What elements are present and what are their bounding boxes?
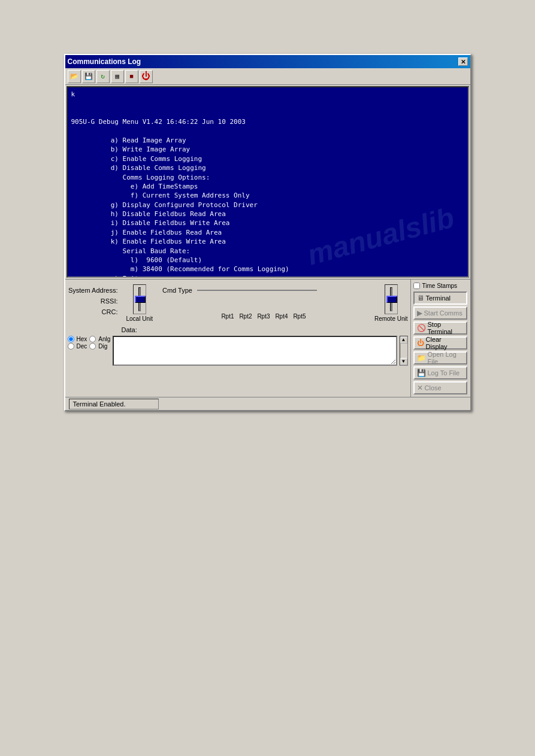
rssi-row: RSSI: xyxy=(68,297,122,305)
clear-display-icon: ⏻ xyxy=(417,339,424,347)
status-panel: Terminal Enabled. xyxy=(69,399,159,409)
close-icon: ✕ xyxy=(417,384,423,391)
local-slider-thumb xyxy=(135,296,146,303)
toolbar: 📂 💾 ↻ ▦ ■ ⏻ xyxy=(65,68,470,85)
remote-unit-slider[interactable] xyxy=(385,284,398,314)
data-input-row: Hex Anlg Dec Dig xyxy=(68,336,408,366)
rssi-label: RSSI: xyxy=(68,297,122,305)
anlg-label: Anlg xyxy=(98,336,110,342)
data-label: Data: xyxy=(122,326,137,333)
terminal-button[interactable]: 🖥 Terminal xyxy=(413,292,467,305)
title-bar: Communications Log ✕ xyxy=(65,55,470,68)
data-section: Data: Hex Anlg Dec xyxy=(68,326,408,366)
open-log-file-label: Open Log File xyxy=(428,351,464,365)
remote-slider-thumb xyxy=(386,296,397,303)
anlg-radio[interactable] xyxy=(89,336,96,342)
terminal-display: k 905U-G Debug Menu V1.42 16:46:22 Jun 1… xyxy=(67,86,469,278)
system-address-label: System Address: xyxy=(68,287,122,294)
data-input-wrap xyxy=(113,336,397,366)
local-slider-track xyxy=(138,287,141,311)
terminal-icon: 🖥 xyxy=(417,294,424,302)
start-comms-label: Start Comms xyxy=(424,309,463,317)
open-log-file-icon: 📁 xyxy=(417,354,426,362)
rpt4-label: Rpt4 xyxy=(273,313,290,320)
address-section: System Address: RSSI: CRC: xyxy=(68,284,408,322)
stop-terminal-button[interactable]: 🚫 Stop Terminal xyxy=(413,321,467,335)
status-text: Terminal Enabled. xyxy=(73,400,126,408)
stop-button[interactable]: ■ xyxy=(125,70,138,83)
rpt1-label: Rpt1 xyxy=(219,313,236,320)
timestamps-label: Time Stamps xyxy=(422,283,458,289)
remote-slider-track xyxy=(390,287,392,311)
remote-unit-col: Remote Unit xyxy=(374,284,408,322)
crc-label: CRC: xyxy=(68,308,122,315)
grid-button[interactable]: ▦ xyxy=(111,70,124,83)
stop-terminal-label: Stop Terminal xyxy=(428,321,464,335)
timestamps-checkbox-row: Time Stamps xyxy=(413,282,468,290)
start-comms-button[interactable]: ▶ Start Comms xyxy=(413,306,467,320)
save-button[interactable]: 💾 xyxy=(82,70,95,83)
status-bar: Terminal Enabled. xyxy=(65,397,470,410)
bottom-panel: System Address: RSSI: CRC: xyxy=(65,279,470,397)
local-unit-col: Local Unit xyxy=(126,284,153,322)
dec-label: Dec xyxy=(77,343,87,350)
left-panel: System Address: RSSI: CRC: xyxy=(65,280,410,397)
rpt2-label: Rpt2 xyxy=(237,313,254,320)
dec-radio-row: Dec Dig xyxy=(68,343,111,350)
cmd-line xyxy=(197,290,317,291)
clear-display-button[interactable]: ⏻ Clear Display xyxy=(413,336,467,350)
dec-radio[interactable] xyxy=(68,343,74,350)
log-to-file-icon: 💾 xyxy=(417,369,426,377)
rpt5-label: Rpt5 xyxy=(291,313,308,320)
local-unit-label: Local Unit xyxy=(126,315,153,322)
start-comms-icon: ▶ xyxy=(417,309,422,317)
rpt3-label: Rpt3 xyxy=(255,313,272,320)
hex-radio-row: Hex Anlg xyxy=(68,336,111,342)
system-address-row: System Address: xyxy=(68,287,122,294)
hex-label: Hex xyxy=(77,336,87,342)
open-button[interactable]: 📂 xyxy=(68,70,81,83)
local-unit-slider[interactable] xyxy=(133,284,146,314)
power-button[interactable]: ⏻ xyxy=(140,70,153,83)
dig-label: Dig xyxy=(98,343,107,350)
close-label: Close xyxy=(425,384,442,391)
refresh-button[interactable]: ↻ xyxy=(96,70,110,83)
communications-log-window: Communications Log ✕ 📂 💾 ↻ ▦ ■ ⏻ k 905U-… xyxy=(64,54,471,411)
open-log-file-button[interactable]: 📁 Open Log File xyxy=(413,351,467,365)
remote-unit-label: Remote Unit xyxy=(374,315,408,322)
log-to-file-label: Log To File xyxy=(428,369,460,377)
terminal-button-label: Terminal xyxy=(426,294,451,302)
cmd-type-label: Cmd Type xyxy=(162,287,195,294)
center-section: Cmd Type Rpt1 Rpt2 Rpt3 Rpt4 Rpt5 xyxy=(158,284,370,322)
rpt-row: Rpt1 Rpt2 Rpt3 Rpt4 Rpt5 xyxy=(162,313,365,320)
right-panel: Time Stamps 🖥 Terminal ▶ Start Comms 🚫 S… xyxy=(410,280,470,397)
hex-radio[interactable] xyxy=(68,336,74,342)
window-title: Communications Log xyxy=(68,57,141,66)
close-button[interactable]: ✕ xyxy=(458,57,468,66)
cmd-type-section: Cmd Type xyxy=(162,287,365,294)
terminal-content: k 905U-G Debug Menu V1.42 16:46:22 Jun 1… xyxy=(71,90,464,278)
stop-terminal-icon: 🚫 xyxy=(417,324,426,332)
crc-row: CRC: xyxy=(68,308,122,315)
data-scrollbar[interactable]: ▲ ▼ xyxy=(400,336,408,366)
clear-display-label: Clear Display xyxy=(426,336,464,350)
log-to-file-button[interactable]: 💾 Log To File xyxy=(413,366,467,379)
timestamps-checkbox[interactable] xyxy=(413,283,420,289)
data-input[interactable] xyxy=(114,337,395,365)
format-radio-group: Hex Anlg Dec Dig xyxy=(68,336,111,366)
dig-radio[interactable] xyxy=(89,343,96,350)
close-window-button[interactable]: ✕ Close xyxy=(413,381,467,394)
